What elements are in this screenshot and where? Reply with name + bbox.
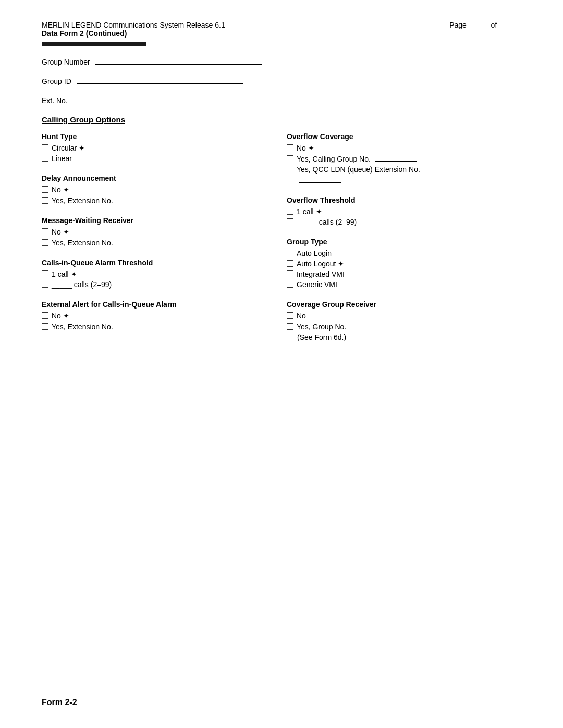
group-number-line[interactable]: [95, 56, 262, 65]
ot-1call-option: 1 call ✦: [287, 207, 521, 216]
calls-queue-alarm-title: Calls-in-Queue Alarm Threshold: [42, 258, 271, 267]
footer-text: Form 2-2: [42, 698, 77, 707]
ea-yes-option: Yes, Extension No.: [42, 322, 271, 331]
ea-no-text: No ✦: [52, 312, 69, 320]
oc-qcc-ext-line[interactable]: [299, 176, 341, 183]
cqa-1call-text: 1 call ✦: [52, 270, 77, 278]
oc-yes-qcc-text: Yes, QCC LDN (queue) Extension No.: [297, 165, 420, 174]
group-number-field: Group Number: [42, 56, 521, 66]
ot-calls-option: _____ calls (2–99): [287, 218, 521, 226]
ext-no-label: Ext. No.: [42, 96, 68, 105]
hunt-type-title: Hunt Type: [42, 132, 271, 141]
group-id-field: Group ID: [42, 76, 521, 85]
mwr-yes-text: Yes, Extension No.: [52, 238, 159, 247]
group-id-line[interactable]: [77, 76, 243, 84]
oc-yes-cg-text: Yes, Calling Group No.: [297, 154, 417, 163]
ot-1call-checkbox[interactable]: [287, 208, 293, 215]
gt-ivmi-option: Integrated VMI: [287, 270, 521, 278]
delay-no-checkbox[interactable]: [42, 186, 48, 193]
hunt-circular-text: Circular ✦: [52, 144, 85, 152]
ot-calls-checkbox[interactable]: [287, 218, 293, 225]
gt-gvmi-checkbox[interactable]: [287, 281, 293, 288]
header-divider: [42, 40, 521, 46]
message-waiting-title: Message-Waiting Receiver: [42, 216, 271, 225]
cqa-calls-text: _____ calls (2–99): [52, 280, 112, 289]
ea-yes-checkbox[interactable]: [42, 323, 48, 330]
page-container: MERLIN LEGEND Communications System Rele…: [0, 0, 563, 728]
cgr-no-text: No: [297, 312, 306, 320]
cqa-calls-option: _____ calls (2–99): [42, 280, 271, 289]
section-title: Calling Group Options: [42, 115, 521, 124]
oc-qcc-line-row: [297, 176, 521, 184]
cqa-1call-option: 1 call ✦: [42, 270, 271, 278]
hunt-type-section: Hunt Type Circular ✦ Linear: [42, 132, 271, 163]
oc-yes-cg-checkbox[interactable]: [287, 155, 293, 162]
oc-cg-line[interactable]: [375, 154, 417, 162]
ea-yes-text: Yes, Extension No.: [52, 322, 159, 331]
gt-autologout-text: Auto Logout ✦: [297, 260, 344, 268]
delay-yes-checkbox[interactable]: [42, 197, 48, 204]
external-alert-title: External Alert for Calls-in-Queue Alarm: [42, 300, 271, 309]
gt-autologout-checkbox[interactable]: [287, 260, 293, 267]
cgr-no-checkbox[interactable]: [287, 312, 293, 319]
header-title: MERLIN LEGEND Communications System Rele…: [42, 21, 225, 29]
oc-yes-qcc-option: Yes, QCC LDN (queue) Extension No.: [287, 165, 521, 174]
oc-yes-qcc-checkbox[interactable]: [287, 166, 293, 172]
header: MERLIN LEGEND Communications System Rele…: [42, 21, 521, 38]
ea-no-option: No ✦: [42, 312, 271, 320]
cgr-group-line[interactable]: [350, 322, 408, 329]
cgr-yes-option: Yes, Group No.: [287, 322, 521, 331]
mwr-yes-option: Yes, Extension No.: [42, 238, 271, 247]
page-label: Page______of______: [449, 21, 521, 29]
oc-no-text: No ✦: [297, 144, 314, 152]
cgr-note: (See Form 6d.): [297, 333, 521, 341]
gt-ivmi-text: Integrated VMI: [297, 270, 345, 278]
hunt-linear-text: Linear: [52, 154, 72, 163]
hunt-circular-checkbox[interactable]: [42, 144, 48, 151]
group-type-section: Group Type Auto Login Auto Logout ✦ Inte…: [287, 238, 521, 289]
header-subtitle: Data Form 2 (Continued): [42, 29, 225, 38]
mwr-yes-checkbox[interactable]: [42, 239, 48, 246]
two-column-layout: Hunt Type Circular ✦ Linear Delay Announ…: [42, 132, 521, 353]
hunt-linear-option: Linear: [42, 154, 271, 163]
gt-autologout-option: Auto Logout ✦: [287, 260, 521, 268]
cgr-yes-checkbox[interactable]: [287, 323, 293, 330]
cqa-calls-checkbox[interactable]: [42, 281, 48, 288]
message-waiting-section: Message-Waiting Receiver No ✦ Yes, Exten…: [42, 216, 271, 247]
mwr-no-option: No ✦: [42, 228, 271, 236]
mwr-no-checkbox[interactable]: [42, 228, 48, 235]
ext-no-field: Ext. No.: [42, 95, 521, 105]
mwr-no-text: No ✦: [52, 228, 69, 236]
oc-no-option: No ✦: [287, 144, 521, 152]
oc-no-checkbox[interactable]: [287, 144, 293, 151]
mwr-ext-line[interactable]: [117, 238, 159, 245]
gt-autologin-option: Auto Login: [287, 249, 521, 257]
external-alert-section: External Alert for Calls-in-Queue Alarm …: [42, 300, 271, 331]
delay-ext-line[interactable]: [117, 196, 159, 203]
ea-no-checkbox[interactable]: [42, 312, 48, 319]
form-fields: Group Number Group ID Ext. No.: [42, 56, 521, 105]
group-id-label: Group ID: [42, 77, 71, 85]
gt-gvmi-option: Generic VMI: [287, 280, 521, 289]
ot-calls-text: _____ calls (2–99): [297, 218, 357, 226]
overflow-coverage-title: Overflow Coverage: [287, 132, 521, 141]
overflow-threshold-title: Overflow Threshold: [287, 196, 521, 204]
oc-yes-cg-option: Yes, Calling Group No.: [287, 154, 521, 163]
hunt-linear-checkbox[interactable]: [42, 155, 48, 162]
cqa-1call-checkbox[interactable]: [42, 270, 48, 277]
column-right: Overflow Coverage No ✦ Yes, Calling Grou…: [282, 132, 521, 353]
overflow-threshold-section: Overflow Threshold 1 call ✦ _____ calls …: [287, 196, 521, 226]
gt-ivmi-checkbox[interactable]: [287, 270, 293, 277]
cgr-yes-text: Yes, Group No.: [297, 322, 408, 331]
delay-yes-text: Yes, Extension No.: [52, 196, 159, 205]
gt-autologin-text: Auto Login: [297, 249, 332, 257]
column-left: Hunt Type Circular ✦ Linear Delay Announ…: [42, 132, 282, 353]
delay-no-option: No ✦: [42, 186, 271, 194]
ext-no-line[interactable]: [73, 95, 240, 103]
coverage-group-receiver-title: Coverage Group Receiver: [287, 300, 521, 309]
ea-ext-line[interactable]: [117, 322, 159, 329]
gt-autologin-checkbox[interactable]: [287, 250, 293, 256]
gt-gvmi-text: Generic VMI: [297, 280, 337, 289]
calls-queue-alarm-section: Calls-in-Queue Alarm Threshold 1 call ✦ …: [42, 258, 271, 289]
delay-announcement-section: Delay Announcement No ✦ Yes, Extension N…: [42, 174, 271, 205]
